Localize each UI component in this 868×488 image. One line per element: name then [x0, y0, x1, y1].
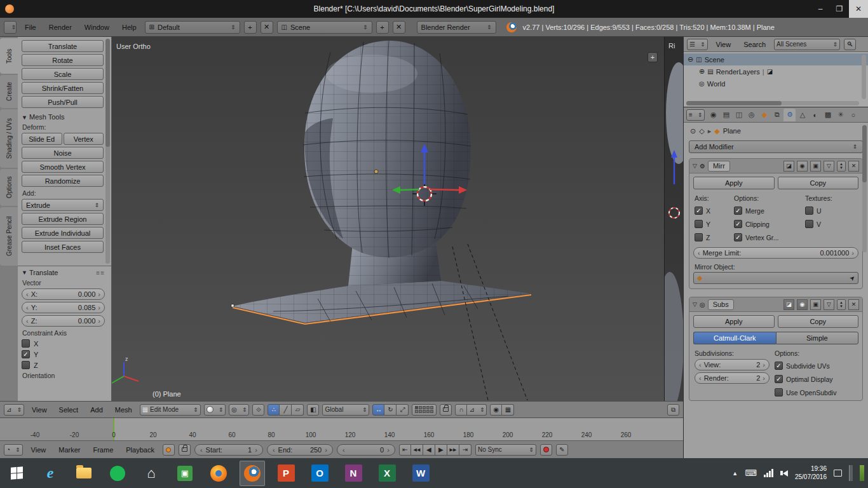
- minimize-button[interactable]: –: [811, 0, 830, 18]
- start-frame-field[interactable]: Start:1: [194, 444, 263, 456]
- keyboard-icon[interactable]: ⌨: [745, 468, 757, 478]
- occlude-geometry-toggle[interactable]: ◧: [307, 404, 319, 416]
- catmull-clark-button[interactable]: Catmull-Clark: [693, 332, 776, 344]
- tab-constraints[interactable]: ⧉: [771, 109, 783, 121]
- taskbar-blender-button[interactable]: [240, 461, 265, 486]
- end-frame-field[interactable]: End:250: [267, 444, 333, 456]
- timeline-menu-view[interactable]: View: [27, 445, 51, 455]
- slide-edge-button[interactable]: Slide Ed: [22, 133, 62, 145]
- viewport-menu-add[interactable]: Add: [86, 405, 107, 415]
- constraint-x-checkbox[interactable]: [22, 339, 30, 348]
- render-visibility-toggle[interactable]: ◪: [783, 299, 794, 310]
- jump-to-end-button[interactable]: ⇥: [459, 444, 471, 456]
- vertex-select-button[interactable]: ∴: [268, 404, 280, 416]
- remove-layout-button[interactable]: ✕: [261, 21, 273, 34]
- mirror-object-field[interactable]: ◆ ➤: [693, 272, 858, 284]
- taskbar-clock[interactable]: 19:36 25/07/2016: [795, 465, 827, 481]
- opengl-render-anim-button[interactable]: ▦: [502, 404, 514, 416]
- tab-material[interactable]: ◐: [809, 109, 821, 121]
- tab-object[interactable]: ◆: [758, 109, 770, 121]
- vector-z-field[interactable]: Z:0.000: [22, 315, 105, 327]
- secondary-view-strip[interactable]: Ri: [664, 37, 683, 401]
- next-keyframe-button[interactable]: ▶▶: [447, 444, 459, 456]
- timeline-ruler[interactable]: -40 -20 0 20 40 60 80 100 120 140 160 18…: [0, 418, 683, 441]
- tab-grease-pencil[interactable]: Grease Pencil: [0, 207, 18, 266]
- taskbar-explorer-button[interactable]: [71, 461, 97, 486]
- tab-options[interactable]: Options: [0, 169, 18, 206]
- extrude-dropdown[interactable]: Extrude: [22, 199, 104, 211]
- pivot-align-toggle[interactable]: ⟐: [252, 404, 264, 416]
- outliner-search-button[interactable]: 🔍︎: [844, 39, 856, 50]
- tab-object-data[interactable]: △: [796, 109, 808, 121]
- tab-physics[interactable]: ○: [847, 109, 859, 121]
- delete-modifier-button[interactable]: ✕: [848, 299, 859, 310]
- delete-modifier-button[interactable]: ✕: [848, 161, 859, 172]
- expander-open-icon[interactable]: ⊖: [688, 55, 693, 64]
- outliner-vscrollbar[interactable]: [862, 55, 866, 99]
- layers-widget[interactable]: [412, 404, 437, 416]
- add-scene-button[interactable]: +: [376, 21, 389, 34]
- snap-element-selector[interactable]: ⊿: [467, 404, 487, 416]
- render-visibility-toggle[interactable]: ◪: [783, 161, 794, 172]
- editor-type-timeline-button[interactable]: ◔: [4, 444, 23, 456]
- outliner-item-scene[interactable]: ⊖ ◫ Scene: [684, 53, 868, 65]
- taskbar-ie-button[interactable]: e: [37, 461, 63, 486]
- viewport-menu-view[interactable]: View: [27, 405, 51, 415]
- merge-limit-slider[interactable]: Merge Limit: 0.001000: [693, 247, 858, 259]
- axis-x-checkbox[interactable]: [695, 207, 703, 215]
- cage-toggle[interactable]: ▽: [824, 299, 834, 310]
- subsurf-modifier-header[interactable]: ▽ ◎ Subs ◪ ◉ ▣ ▽ ▲▼ ✕: [689, 297, 862, 312]
- mode-selector[interactable]: ▦Edit Mode: [140, 404, 201, 416]
- screen-layout-selector[interactable]: ⊞ Default: [145, 21, 240, 34]
- vector-y-field[interactable]: Y:0.085: [22, 302, 105, 313]
- pin-icon[interactable]: ⊙: [690, 127, 696, 135]
- tab-texture[interactable]: ▩: [822, 109, 834, 121]
- mesh-tools-header[interactable]: ▼ Mesh Tools: [22, 113, 104, 121]
- render-engine-selector[interactable]: Blender Render: [417, 21, 496, 34]
- optimal-display-checkbox[interactable]: [775, 375, 783, 383]
- render-subdivisions-field[interactable]: Render:2: [695, 372, 770, 384]
- editor-type-properties-button[interactable]: ≡: [686, 109, 705, 121]
- expand-icon[interactable]: ▽: [693, 301, 697, 308]
- preview-range-toggle[interactable]: [163, 444, 175, 456]
- tab-shading-uvs[interactable]: Shading / UVs: [0, 109, 18, 168]
- taskbar-home-button[interactable]: ⌂: [139, 461, 164, 486]
- tab-create[interactable]: Create: [0, 75, 18, 108]
- collapse-icon[interactable]: ▼: [22, 269, 27, 276]
- merge-checkbox[interactable]: [734, 207, 742, 215]
- tray-expand-icon[interactable]: ▲: [732, 470, 738, 477]
- taskbar-word-button[interactable]: W: [408, 461, 433, 486]
- expand-icon[interactable]: ▽: [693, 163, 697, 169]
- taskbar-spotify-button[interactable]: [105, 461, 130, 486]
- taskbar-firefox-button[interactable]: [206, 461, 231, 486]
- tool-shelf-scrollbar[interactable]: [105, 39, 110, 264]
- shrink-fatten-button[interactable]: Shrink/Fatten: [22, 82, 104, 94]
- push-pull-button[interactable]: Push/Pull: [22, 96, 104, 108]
- network-icon[interactable]: [764, 469, 773, 477]
- editor-type-3dview-button[interactable]: ⊿: [4, 404, 24, 416]
- eyedropper-icon[interactable]: ➤: [848, 274, 857, 283]
- face-select-button[interactable]: ▱: [292, 404, 304, 416]
- use-opensubdiv-checkbox[interactable]: [775, 388, 783, 396]
- properties-scrollbar[interactable]: [862, 125, 867, 252]
- add-layout-button[interactable]: +: [244, 21, 257, 34]
- view-subdivisions-field[interactable]: View:2: [695, 359, 770, 370]
- subsurf-apply-button[interactable]: Apply: [693, 315, 775, 328]
- scale-manipulator-button[interactable]: ⤢: [397, 404, 409, 416]
- pivot-point-selector[interactable]: ◎: [229, 404, 249, 416]
- action-center-icon[interactable]: [834, 470, 842, 477]
- add-modifier-dropdown[interactable]: Add Modifier: [689, 140, 863, 153]
- mirror-copy-button[interactable]: Copy: [778, 177, 859, 189]
- start-button[interactable]: [4, 461, 29, 486]
- show-desktop-button[interactable]: [849, 465, 853, 481]
- close-button[interactable]: ✕: [849, 0, 868, 18]
- slide-vertex-button[interactable]: Vertex: [64, 133, 104, 145]
- texture-v-checkbox[interactable]: [805, 220, 813, 228]
- timeline-menu-frame[interactable]: Frame: [88, 445, 118, 455]
- current-frame-field[interactable]: 0: [337, 444, 395, 456]
- vertex-groups-checkbox[interactable]: [734, 233, 742, 241]
- constraint-y-checkbox[interactable]: [22, 350, 30, 358]
- outliner-item-world[interactable]: ◎ World: [684, 78, 868, 90]
- header-options-button[interactable]: ⧉: [667, 404, 679, 416]
- volume-icon[interactable]: [780, 470, 788, 477]
